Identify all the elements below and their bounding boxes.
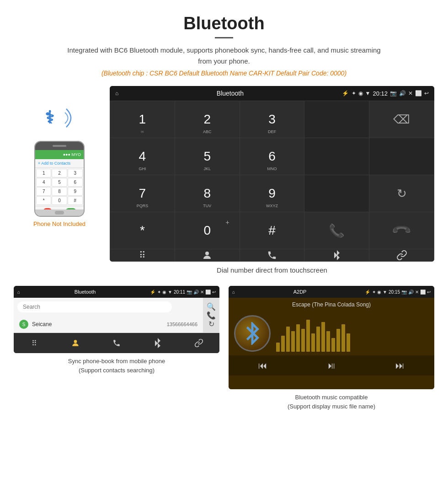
car-dialer-status-bar: ⌂ Bluetooth ⚡ ✦ ◉ ▼ 20:12 📷 🔊 ✕ ⬜ ↩	[110, 86, 434, 101]
dialer-row-2: 4 GHI 5 JKL 6 MNO	[110, 138, 434, 175]
dial-key-7[interactable]: 7 PQRS	[110, 175, 175, 212]
phone-call-button[interactable]: 📞	[65, 208, 76, 209]
phone-end-button[interactable]: ✕	[43, 208, 52, 209]
dial-key-6[interactable]: 6 MNO	[240, 138, 304, 175]
phone-key-7[interactable]: 7	[36, 187, 51, 196]
viz-bar-5	[296, 324, 300, 352]
dialer-contact-icon[interactable]	[175, 249, 240, 261]
dialer-bluetooth-icon[interactable]	[304, 249, 369, 261]
dial-key-4[interactable]: 4 GHI	[110, 138, 175, 175]
phonebook-status-bar: ⌂ Bluetooth ⚡ ✦ ◉ ▼ 20:11 📷 🔊 ✕ ⬜ ↩	[14, 286, 219, 298]
pb-close-icon[interactable]: ✕	[200, 290, 204, 295]
signal-icon: ▼	[365, 90, 371, 97]
dialer-link-icon[interactable]	[369, 249, 434, 261]
pb-signal-icon: ▼	[168, 290, 172, 295]
phone-key-4[interactable]: 4	[36, 178, 51, 187]
phone-key-9[interactable]: 9	[68, 187, 83, 196]
dial-key-8[interactable]: 8 TUV	[175, 175, 240, 212]
pb-phone-icon	[112, 339, 121, 347]
phone-key-6[interactable]: 6	[68, 178, 83, 187]
pb-volume-icon[interactable]: 🔊	[193, 290, 199, 295]
phone-key-5[interactable]: 5	[52, 178, 67, 187]
music-camera-icon[interactable]: 📷	[401, 290, 407, 295]
phone-key-0[interactable]: 0	[52, 196, 67, 205]
dial-key-9[interactable]: 9 WXYZ	[240, 175, 304, 212]
music-back-icon[interactable]: ↩	[427, 290, 431, 295]
phone-key-2[interactable]: 2	[52, 169, 67, 177]
viz-bar-4	[291, 331, 295, 352]
dial-call-button[interactable]: 📞	[304, 212, 369, 249]
dialer-grid-icon[interactable]: ⠿	[110, 249, 175, 261]
pb-camera-icon[interactable]: 📷	[187, 290, 192, 295]
pb-grid-button[interactable]: ⠿	[14, 333, 54, 353]
viz-bar-3	[286, 327, 290, 352]
music-title-label: A2DP	[237, 289, 363, 295]
phone-key-star[interactable]: *	[36, 196, 51, 205]
bluetooth-symbol-icon: ⚕	[45, 108, 54, 127]
phone-key-1[interactable]: 1	[36, 169, 51, 177]
volume-icon[interactable]: 🔊	[399, 90, 406, 97]
pb-phone-button[interactable]	[96, 333, 137, 353]
pb-location-icon: ◉	[162, 290, 166, 295]
phonebook-item: ⌂ Bluetooth ⚡ ✦ ◉ ▼ 20:11 📷 🔊 ✕ ⬜ ↩	[14, 286, 219, 411]
phone-key-8[interactable]: 8	[52, 187, 67, 196]
prev-button[interactable]: ⏮	[258, 360, 267, 371]
dial-key-5[interactable]: 5 JKL	[175, 138, 240, 175]
music-bt-icon: ✦	[372, 290, 376, 295]
pb-home-icon[interactable]: ⌂	[17, 290, 20, 295]
phone-home-button[interactable]	[55, 211, 64, 215]
music-visualizer	[276, 315, 429, 352]
dialer-row-1: 1 ✉ 2 ABC 3 DEF ⌫	[110, 101, 434, 138]
pb-back-icon[interactable]: ↩	[212, 290, 216, 295]
pb-call-side-icon[interactable]: 📞	[207, 311, 216, 320]
music-close-icon[interactable]: ✕	[415, 290, 419, 295]
pb-refresh-icon[interactable]: ↻	[208, 320, 214, 328]
viz-bar-15	[347, 333, 350, 352]
pb-link-button[interactable]	[179, 333, 219, 353]
search-input[interactable]	[17, 301, 172, 312]
pb-usb-icon: ⚡	[150, 290, 155, 295]
phonebook-bottom-bar: ⠿	[14, 333, 219, 353]
next-button[interactable]: ⏭	[395, 360, 405, 371]
dial-key-star[interactable]: *	[110, 212, 175, 249]
phone-key-hash[interactable]: #	[68, 196, 83, 205]
window-icon[interactable]: ⬜	[415, 90, 422, 97]
camera-icon[interactable]: 📷	[390, 90, 397, 97]
pb-search-icon[interactable]: 🔍	[207, 302, 216, 311]
main-section: ⚕ ●●● MYO + Add to Contacts 1 2 3 4	[0, 81, 448, 286]
back-icon[interactable]: ↩	[424, 90, 429, 97]
music-home-icon[interactable]: ⌂	[232, 290, 235, 295]
music-content: Escape (The Pina Colada Song)	[229, 298, 434, 389]
phone-mockup: ●●● MYO + Add to Contacts 1 2 3 4 5 6 7 …	[34, 141, 85, 217]
music-status-icons: ✦ ◉ ▼ 20:15 📷 🔊 ✕ ⬜ ↩	[372, 290, 431, 295]
close-icon[interactable]: ✕	[408, 90, 413, 97]
dialer-phone-icon[interactable]	[240, 249, 304, 261]
pb-window-icon[interactable]: ⬜	[205, 290, 211, 295]
dial-end-button[interactable]: 📞	[369, 212, 434, 249]
phone-key-3[interactable]: 3	[68, 169, 83, 177]
dial-key-0[interactable]: 0 +	[175, 212, 240, 249]
music-volume-icon[interactable]: 🔊	[408, 290, 414, 295]
contact-row[interactable]: S Seicane 13566664466	[14, 316, 203, 333]
dial-key-hash[interactable]: #	[240, 212, 304, 249]
music-window-icon[interactable]: ⬜	[420, 290, 426, 295]
wave-outer-icon	[66, 109, 71, 127]
dial-key-3[interactable]: 3 DEF	[240, 101, 304, 138]
search-bar-row	[14, 298, 203, 316]
home-icon[interactable]: ⌂	[115, 90, 118, 97]
dial-rotate[interactable]: ↻	[369, 175, 434, 212]
dial-backspace[interactable]: ⌫	[369, 101, 434, 138]
dialer-caption: Dial number direct from touchscreen	[110, 262, 434, 281]
pb-contact-button[interactable]	[55, 333, 96, 353]
pb-bluetooth-button[interactable]	[138, 333, 178, 353]
pb-link-icon	[194, 338, 203, 348]
dial-empty-1	[304, 101, 369, 138]
bluetooth-waves: ⚕	[41, 100, 78, 136]
dial-key-1[interactable]: 1 ✉	[110, 101, 175, 138]
phone-screen: ●●● MYO + Add to Contacts 1 2 3 4 5 6 7 …	[35, 150, 84, 209]
play-pause-button[interactable]: ⏯	[327, 360, 336, 371]
page-title: Bluetooth	[9, 14, 439, 33]
contact-name: Seicane	[32, 321, 167, 327]
dial-key-2[interactable]: 2 ABC	[175, 101, 240, 138]
phone-not-included-label: Phone Not Included	[33, 220, 85, 227]
